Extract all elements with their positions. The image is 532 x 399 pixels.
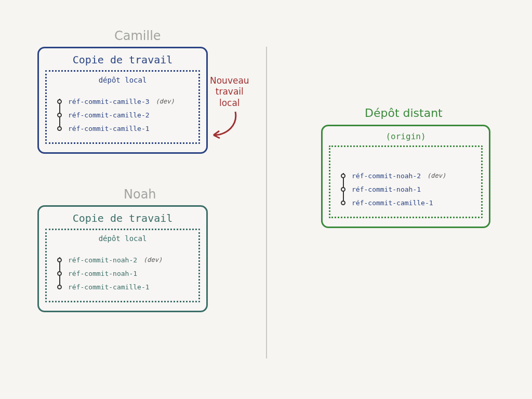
remote-repo-title: Dépôt distant bbox=[365, 107, 443, 119]
commit-dot-icon bbox=[57, 271, 62, 276]
commit-tag: (dev) bbox=[427, 172, 446, 179]
callout-line3: local bbox=[219, 98, 240, 108]
noah-local-repo-title: dépôt local bbox=[52, 234, 193, 243]
camille-local-repo-box: dépôt local réf-commit-camille-3 (dev) r… bbox=[45, 70, 200, 144]
commit-dot-icon bbox=[57, 258, 62, 262]
noah-working-copy-box: Copie de travail dépôt local réf-commit-… bbox=[37, 205, 208, 312]
noah-local-repo-box: dépôt local réf-commit-noah-2 (dev) réf-… bbox=[45, 229, 200, 302]
commit-row: réf-commit-noah-1 bbox=[341, 182, 476, 196]
remote-commit-list: réf-commit-noah-2 (dev) réf-commit-noah-… bbox=[336, 169, 476, 209]
spacer bbox=[336, 151, 476, 169]
remote-repo-box: (origin) réf-commit-noah-2 (dev) réf-com… bbox=[321, 125, 490, 228]
vertical-divider bbox=[266, 47, 267, 358]
commit-row: réf-commit-camille-1 bbox=[341, 196, 476, 209]
callout-line1: Nouveau bbox=[210, 75, 249, 86]
commit-ref: réf-commit-camille-3 bbox=[68, 98, 150, 105]
commit-tag: (dev) bbox=[143, 256, 162, 263]
remote-repo-inner: réf-commit-noah-2 (dev) réf-commit-noah-… bbox=[329, 145, 483, 218]
commit-dot-icon bbox=[341, 174, 345, 178]
commit-row: réf-commit-noah-2 (dev) bbox=[341, 169, 476, 182]
commit-dot-icon bbox=[57, 285, 62, 289]
commit-dot-icon bbox=[57, 126, 62, 131]
commit-row: réf-commit-camille-1 bbox=[57, 122, 193, 135]
commit-ref: réf-commit-camille-1 bbox=[68, 125, 150, 132]
commit-ref: réf-commit-noah-2 bbox=[352, 172, 421, 180]
commit-dot-icon bbox=[341, 201, 345, 205]
commit-ref: réf-commit-camille-2 bbox=[68, 111, 150, 119]
camille-label: Camille bbox=[114, 29, 161, 43]
callout-arrow-icon bbox=[207, 109, 243, 145]
callout-line2: travail bbox=[216, 86, 244, 97]
diagram-canvas: Camille Copie de travail dépôt local réf… bbox=[0, 0, 532, 399]
commit-row: réf-commit-camille-2 bbox=[57, 108, 193, 122]
commit-dot-icon bbox=[57, 99, 62, 104]
commit-ref: réf-commit-camille-1 bbox=[68, 283, 150, 291]
commit-ref: réf-commit-camille-1 bbox=[352, 199, 433, 207]
commit-row: réf-commit-noah-2 (dev) bbox=[57, 253, 193, 267]
noah-label: Noah bbox=[124, 187, 156, 202]
camille-working-copy-title: Copie de travail bbox=[45, 54, 200, 66]
noah-commit-list: réf-commit-noah-2 (dev) réf-commit-noah-… bbox=[52, 253, 193, 294]
commit-dot-icon bbox=[341, 187, 345, 192]
camille-working-copy-box: Copie de travail dépôt local réf-commit-… bbox=[37, 47, 208, 154]
commit-tag: (dev) bbox=[156, 98, 175, 105]
commit-ref: réf-commit-noah-2 bbox=[68, 256, 137, 264]
camille-local-repo-title: dépôt local bbox=[52, 76, 193, 84]
commit-dot-icon bbox=[57, 113, 62, 117]
commit-row: réf-commit-camille-3 (dev) bbox=[57, 95, 193, 108]
commit-row: réf-commit-noah-1 bbox=[57, 267, 193, 280]
commit-row: réf-commit-camille-1 bbox=[57, 280, 193, 294]
camille-commit-list: réf-commit-camille-3 (dev) réf-commit-ca… bbox=[52, 95, 193, 135]
remote-origin-label: (origin) bbox=[329, 131, 483, 141]
noah-working-copy-title: Copie de travail bbox=[45, 212, 200, 224]
commit-ref: réf-commit-noah-1 bbox=[352, 185, 421, 193]
new-local-work-callout: Nouveau travail local bbox=[210, 75, 249, 109]
commit-ref: réf-commit-noah-1 bbox=[68, 270, 137, 277]
